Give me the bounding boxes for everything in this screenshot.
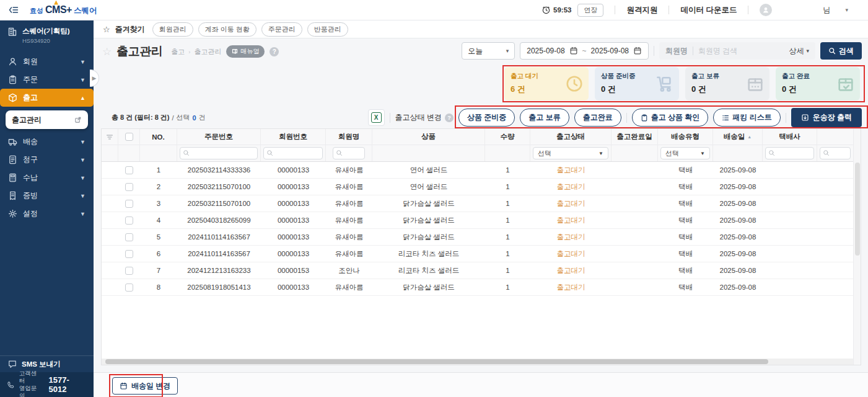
top-header: 효성 CMS+ 스퀘어 59:53 연장 원격지원 데이터 다운로드 님 ▾ (0, 0, 868, 20)
data-download-link[interactable]: 데이터 다운로드 (680, 5, 737, 16)
sidebar-subitem-shipping-management[interactable]: 출고관리 (6, 110, 88, 129)
member-search-input[interactable] (698, 47, 754, 55)
sidebar-item-billing[interactable]: 청구▼ (0, 151, 94, 169)
set-complete-button[interactable]: 출고완료 (574, 109, 621, 127)
person-icon (762, 6, 769, 14)
chevron-down-icon: ▼ (80, 77, 85, 83)
table-row[interactable]: 7 2024121213163233 00000153 조안나 리코타 치즈 샐… (102, 262, 853, 279)
filter-status-select[interactable]: 선택▼ (533, 147, 608, 159)
table-row[interactable]: 2 2025032115070100 00000133 유새아름 연어 샐러드 … (102, 179, 853, 195)
list-icon (722, 114, 729, 122)
table-empty-space (102, 296, 853, 357)
extend-session-button[interactable]: 연장 (577, 4, 603, 17)
table-row[interactable]: 3 2025032115070100 00000133 유새아름 닭가슴살 샐러… (102, 195, 853, 212)
clock-icon (565, 74, 584, 93)
trolley-icon (655, 74, 674, 93)
row-checkbox[interactable] (125, 283, 133, 292)
remote-support-link[interactable]: 원격지원 (626, 5, 657, 16)
divider (669, 6, 669, 14)
col-header-delivery-date[interactable]: 배송일▲ (713, 129, 763, 145)
filter-delivery-type-select[interactable]: 선택▼ (660, 147, 710, 159)
horizontal-scrollbar[interactable] (102, 359, 853, 365)
row-checkbox[interactable] (125, 216, 133, 225)
date-preset-select[interactable]: 오늘 ▾ (462, 42, 515, 60)
date-from-value[interactable]: 2025-09-08 (527, 47, 564, 55)
sidebar-item-member[interactable]: 회원▼ (0, 53, 94, 71)
favorite-tab-order-management[interactable]: 주문관리 (261, 22, 302, 37)
chevron-down-icon: ▼ (80, 59, 85, 65)
search-icon (336, 149, 343, 156)
divider (626, 113, 627, 123)
sidebar-item-shipping[interactable]: 출고▲ (0, 89, 94, 107)
row-checkbox[interactable] (125, 233, 133, 241)
chevron-down-icon: ▼ (80, 157, 85, 163)
sidebar-item-settings[interactable]: 설정▼ (0, 205, 94, 223)
status-card-complete[interactable]: 출고 완료 0 건 (776, 67, 860, 100)
status-badge: 출고대기 (530, 262, 612, 279)
filter-order-no-input[interactable] (180, 147, 258, 159)
calendar-icon[interactable] (569, 47, 578, 55)
packing-list-button[interactable]: 패킹 리스트 (713, 109, 780, 127)
chevron-down-icon: ▾ (806, 48, 809, 54)
row-checkbox[interactable] (125, 166, 133, 174)
chevron-down-icon[interactable]: ▾ (845, 7, 848, 13)
table-row[interactable]: 4 2025040318265099 00000133 유새아름 닭가슴살 샐러… (102, 212, 853, 229)
vertical-scrollbar[interactable] (853, 129, 861, 365)
col-header-product: 상품 (372, 129, 485, 145)
help-icon[interactable]: ? (270, 47, 279, 56)
manual-badge[interactable]: 매뉴얼 (226, 45, 265, 58)
status-card-hold[interactable]: 출고 보류 0 건 (685, 67, 769, 100)
status-card-waiting[interactable]: 출고 대기 6 건 (504, 67, 589, 100)
vertical-scrollbar-thumb[interactable] (855, 163, 860, 256)
print-invoice-button[interactable]: 운송장 출력 (791, 108, 862, 127)
sidebar-item-delivery[interactable]: 배송▼ (0, 133, 94, 151)
brand-logo[interactable]: 효성 CMS+ 스퀘어 (30, 4, 97, 16)
favorite-tab-return-management[interactable]: 반품관리 (307, 22, 348, 37)
person-icon (8, 57, 17, 66)
favorite-tab-member-management[interactable]: 회원관리 (152, 22, 193, 37)
sidebar-menu: 회원▼ 주문▼ 출고▲ 출고관리 배송▼ 청구▼ 수납▼ (0, 53, 94, 223)
search-icon (768, 149, 775, 156)
logo-mark (54, 1, 58, 5)
col-header-member-no: 회원번호 (261, 129, 326, 145)
table-row[interactable]: 1 2025032114333336 00000133 유새아름 연어 샐러드 … (102, 162, 853, 179)
set-hold-button[interactable]: 출고 보류 (520, 109, 569, 127)
table-row[interactable]: 8 2025081918051413 00000133 유새아름 닭가슴살 샐러… (102, 279, 853, 296)
sidebar-item-evidence[interactable]: 증빙▼ (0, 187, 94, 205)
status-card-preparing[interactable]: 상품 준비중 0 건 (595, 67, 679, 100)
calendar-icon[interactable] (633, 47, 642, 55)
page-title: 출고관리 (116, 43, 162, 60)
sidebar-item-order[interactable]: 주문▼ (0, 71, 94, 89)
table-row[interactable]: 5 2024110114163567 00000133 유새아름 닭가슴살 샐러… (102, 229, 853, 246)
sidebar-item-receipt[interactable]: 수납▼ (0, 169, 94, 187)
select-all-checkbox[interactable] (125, 133, 133, 141)
column-settings-icon[interactable] (102, 129, 118, 145)
favorite-star-icon[interactable]: ☆ (102, 45, 112, 58)
row-checkbox[interactable] (125, 183, 133, 191)
sidebar: 스퀘어(기획팀) HS934920 회원▼ 주문▼ 출고▲ 출고관리 배송▼ (0, 20, 94, 397)
date-to-value[interactable]: 2025-09-08 (591, 47, 629, 55)
table-row[interactable]: 6 2024110114163567 00000133 유새아름 리코타 치즈 … (102, 246, 853, 262)
panel-collapse-handle[interactable]: ▶ (90, 69, 99, 87)
divider (615, 6, 615, 14)
change-delivery-date-button[interactable]: 배송일 변경 (112, 377, 178, 395)
row-checkbox[interactable] (125, 267, 133, 275)
horizontal-scrollbar-thumb[interactable] (105, 359, 768, 364)
search-button[interactable]: 검색 (820, 42, 862, 60)
sidebar-collapse-icon[interactable] (9, 6, 19, 14)
help-icon[interactable]: ? (445, 114, 454, 122)
sms-send-button[interactable]: SMS 보내기 (0, 355, 94, 372)
excel-export-button[interactable]: X (368, 109, 385, 126)
status-badge: 출고대기 (530, 279, 612, 295)
bill-icon (8, 155, 17, 164)
favorite-tab-account-transfer[interactable]: 계좌 이동 현황 (198, 22, 256, 37)
check-shipping-products-button[interactable]: 출고 상품 확인 (632, 109, 709, 127)
row-checkbox[interactable] (125, 250, 133, 258)
building-icon (7, 27, 17, 37)
calculator-icon (8, 173, 17, 182)
row-checkbox[interactable] (125, 200, 133, 208)
detail-search-toggle[interactable]: 상세 ▾ (789, 46, 809, 56)
customer-center-contact: 고객센터 영업문의 1577-5012 (0, 372, 94, 397)
user-avatar[interactable] (760, 4, 772, 16)
set-preparing-button[interactable]: 상품 준비중 (458, 109, 515, 127)
